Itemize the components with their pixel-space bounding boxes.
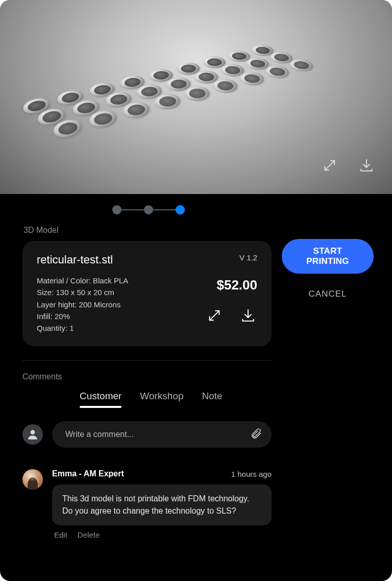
comment-tabs: Customer Workshop Note — [22, 391, 272, 407]
spec-layer: Layer hight: 200 Microns — [37, 299, 128, 310]
file-name: reticular-test.stl — [37, 253, 128, 267]
step-2[interactable] — [144, 205, 153, 214]
comments-label: Comments — [22, 372, 272, 381]
card-download-icon[interactable] — [239, 306, 257, 325]
divider — [22, 360, 272, 361]
comment-input[interactable] — [65, 430, 244, 439]
spec-size: Size: 130 x 50 x 20 cm — [37, 286, 128, 298]
model-price: $52.00 — [216, 277, 257, 293]
start-printing-button[interactable]: START PRINTING — [282, 239, 374, 274]
model-card: reticular-test.stl Material / Color: Bla… — [22, 241, 272, 346]
svg-point-0 — [31, 430, 35, 435]
comment-time: 1 hours ago — [231, 470, 272, 478]
current-user-avatar[interactable] — [22, 424, 43, 445]
comment-actions: Edit Delete — [52, 530, 272, 539]
preview-actions — [321, 156, 376, 175]
spec-infill: Infill: 20% — [37, 310, 128, 322]
model-render — [31, 18, 356, 163]
comment-line: Do you agree to change the technology to… — [62, 505, 261, 517]
download-icon[interactable] — [357, 156, 376, 175]
tab-workshop[interactable]: Workshop — [140, 391, 183, 407]
comment-bubble: This 3d model is not printable with FDM … — [52, 485, 272, 525]
tab-customer[interactable]: Customer — [80, 391, 121, 407]
comment-author: Emma - AM Expert — [52, 469, 124, 478]
cancel-button[interactable]: CANCEL — [282, 289, 374, 299]
attach-icon[interactable] — [250, 427, 262, 442]
primary-actions: START PRINTING CANCEL — [282, 222, 374, 299]
tab-note[interactable]: Note — [202, 391, 223, 407]
step-3-current[interactable] — [176, 205, 185, 214]
comment-compose — [22, 421, 272, 448]
comment-edit[interactable]: Edit — [54, 530, 67, 539]
comment-line: This 3d model is not printable with FDM … — [62, 493, 261, 505]
step-1[interactable] — [112, 205, 121, 214]
expand-icon[interactable] — [321, 156, 339, 175]
card-expand-icon[interactable] — [205, 306, 224, 325]
comment-delete[interactable]: Delete — [78, 530, 100, 539]
model-preview[interactable] — [0, 0, 392, 194]
comment-input-wrapper[interactable] — [52, 421, 272, 448]
section-label-3d-model: 3D Model — [23, 226, 272, 235]
step-5[interactable] — [239, 205, 248, 214]
step-6[interactable] — [271, 205, 280, 214]
app-window: 3D Model reticular-test.stl Material / C… — [0, 0, 392, 581]
step-4[interactable] — [207, 205, 216, 214]
spec-material: Material / Color: Black PLA — [37, 275, 128, 286]
spec-quantity: Quantity: 1 — [37, 322, 128, 334]
comment-item: Emma - AM Expert 1 hours ago This 3d mod… — [22, 469, 272, 539]
progress-stepper — [0, 194, 392, 222]
comment-avatar[interactable] — [22, 469, 43, 490]
model-version: V 1.2 — [239, 253, 257, 262]
